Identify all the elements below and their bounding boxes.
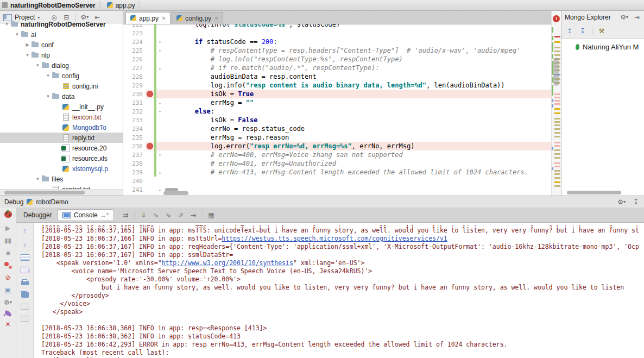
line-number[interactable]: 234 — [123, 125, 146, 133]
soft-wrap-icon[interactable] — [21, 254, 29, 261]
line-number[interactable]: 223 — [123, 30, 146, 37]
analysis-stripe-mark[interactable] — [554, 112, 560, 114]
tab-console[interactable]: Console →* — [57, 209, 114, 221]
close-tab-icon[interactable]: × — [162, 15, 166, 22]
view-breakpoints-icon[interactable] — [4, 262, 12, 269]
analysis-stripe-mark[interactable] — [554, 136, 560, 137]
line-number[interactable]: 230 — [123, 91, 146, 98]
pause-icon[interactable]: ▮▮ — [4, 237, 12, 244]
tree-item-conf[interactable]: ▶conf — [0, 40, 123, 50]
analysis-stripe-mark[interactable] — [554, 124, 560, 126]
analysis-stripe-mark[interactable] — [554, 118, 560, 120]
line-number[interactable]: 231 — [123, 99, 146, 106]
analysis-stripe-mark[interactable] — [554, 121, 560, 123]
scroll-to-end-icon[interactable] — [21, 267, 29, 273]
line-number[interactable]: 228 — [123, 73, 146, 80]
show-execution-point-icon[interactable]: ⇉ — [122, 211, 129, 219]
errors-badge-icon[interactable]: ! — [553, 15, 560, 22]
tree-item-lexicon-txt[interactable]: lexicon.txt — [0, 112, 123, 122]
console-history-icon[interactable] — [21, 316, 29, 322]
analysis-stripe-mark[interactable] — [554, 149, 560, 151]
tree-item-data[interactable]: ▼data — [0, 91, 123, 102]
analysis-stripe-mark[interactable] — [554, 93, 560, 95]
tree-item-nlp[interactable]: ▼nlp — [0, 50, 123, 60]
line-number[interactable]: 236 — [123, 143, 146, 150]
evaluate-expression-icon[interactable]: ▦ — [207, 211, 215, 219]
tree-item-resource-20[interactable]: resource.20 — [0, 143, 123, 153]
analysis-stripe-mark[interactable] — [554, 100, 560, 102]
editor-horizontal-scrollbar[interactable] — [123, 190, 551, 196]
analysis-stripe-mark[interactable] — [554, 185, 560, 187]
editor-marker-bar[interactable]: ! — [551, 11, 561, 196]
editor-tab-config-py[interactable]: config.py× — [172, 12, 223, 24]
fold-marker-icon[interactable]: ▾ — [156, 153, 163, 158]
analysis-stripe-mark[interactable] — [554, 153, 560, 155]
line-number[interactable]: 227 — [123, 65, 146, 72]
tree-item-resource-xls[interactable]: resource.xls — [0, 153, 123, 164]
step-into-my-code-icon[interactable]: ⇘ — [165, 211, 172, 219]
analysis-stripe-mark[interactable] — [554, 132, 560, 134]
collapse-all-icon[interactable]: ↧ — [579, 27, 586, 35]
project-horizontal-scrollbar[interactable] — [0, 189, 123, 196]
fold-marker-icon[interactable]: ▴ — [156, 66, 163, 71]
analysis-stripe-mark[interactable] — [554, 97, 560, 98]
fold-marker-icon[interactable]: ▴ — [156, 170, 163, 175]
analysis-stripe-mark[interactable] — [554, 157, 560, 159]
analysis-stripe-mark[interactable] — [554, 142, 560, 143]
analysis-stripe-mark[interactable] — [554, 181, 560, 183]
tree-item-files[interactable]: ▼files — [0, 174, 123, 184]
line-number[interactable]: 225 — [123, 47, 146, 54]
scrollbar-thumb[interactable] — [4, 191, 85, 194]
fold-marker-icon[interactable]: ▾ — [156, 40, 163, 45]
analysis-stripe-mark[interactable] — [554, 36, 560, 37]
hide-panel-icon[interactable]: ⇥ — [633, 14, 641, 21]
clear-all-icon[interactable] — [21, 292, 29, 298]
analysis-stripe-mark[interactable] — [554, 51, 560, 52]
breakpoint-icon[interactable] — [146, 91, 154, 97]
tree-item-ai[interactable]: ▼ai — [0, 29, 123, 40]
editor-tab-app-py[interactable]: app.py× — [125, 12, 171, 24]
code-editor[interactable]: 222 log.info("statusCode=%s", statusCode… — [123, 24, 551, 196]
line-number[interactable]: 237 — [123, 152, 146, 159]
tree-expand-icon[interactable]: ▶ — [24, 42, 31, 47]
mongo-server-item[interactable]: Naturing AliYun M — [561, 39, 644, 51]
analysis-stripe-mark[interactable] — [554, 128, 560, 130]
analysis-stripe-mark[interactable] — [554, 173, 560, 175]
tree-expand-icon[interactable]: ▼ — [34, 177, 41, 181]
analysis-stripe-mark[interactable] — [554, 166, 560, 167]
tree-item-naturlingrobotdemoserver[interactable]: ▼naturlingRobotDemoServer — [0, 19, 123, 29]
fold-marker-icon[interactable]: ▾ — [156, 109, 163, 114]
line-number[interactable]: 226 — [123, 56, 146, 63]
line-number[interactable]: 235 — [123, 134, 146, 141]
analysis-stripe-mark[interactable] — [554, 177, 560, 179]
up-stack-icon[interactable]: ↑ — [21, 227, 29, 235]
line-number[interactable]: 232 — [123, 108, 146, 115]
mute-breakpoints-icon[interactable]: ⊘ — [4, 274, 12, 281]
analysis-stripe-mark[interactable] — [554, 145, 560, 147]
hide-window-icon[interactable]: ↧ — [632, 198, 640, 206]
tree-item-xlstomysql-p[interactable]: xlstomysql.p — [0, 164, 123, 174]
editor-scrollbar-thumb[interactable] — [553, 58, 559, 86]
analysis-stripe-mark[interactable] — [554, 108, 560, 110]
tree-item-config-ini[interactable]: config.ini — [0, 81, 123, 91]
analysis-stripe-mark[interactable] — [554, 170, 560, 172]
tree-expand-icon[interactable]: ▼ — [34, 63, 41, 68]
show-console-icon[interactable] — [21, 304, 29, 310]
analysis-stripe-mark[interactable] — [554, 41, 560, 43]
close-tab-icon[interactable]: × — [214, 15, 218, 22]
line-number[interactable]: 229 — [123, 82, 146, 89]
scrollbar-thumb[interactable] — [567, 191, 621, 194]
line-number[interactable]: 222 — [123, 24, 146, 28]
console-link[interactable]: https://westus.tts.speech.microsoft.com/… — [222, 235, 447, 242]
line-number[interactable]: 240 — [123, 178, 146, 185]
print-icon[interactable] — [21, 281, 29, 285]
resume-icon[interactable]: ▶ — [4, 224, 12, 232]
restore-layout-icon[interactable]: ▣ — [4, 286, 12, 294]
tree-expand-icon[interactable]: ▼ — [24, 53, 31, 58]
analysis-stripe-mark[interactable] — [554, 47, 560, 48]
stop-icon[interactable]: ■ — [4, 249, 12, 257]
mongo-tree[interactable]: Naturing AliYun M — [561, 39, 644, 196]
line-number[interactable]: 233 — [123, 117, 146, 124]
tree-item-dialog[interactable]: ▼dialog — [0, 60, 123, 71]
project-tree[interactable]: ▼naturlingRobotDemoServer▼ai▶conf▼nlp▼di… — [0, 19, 123, 189]
